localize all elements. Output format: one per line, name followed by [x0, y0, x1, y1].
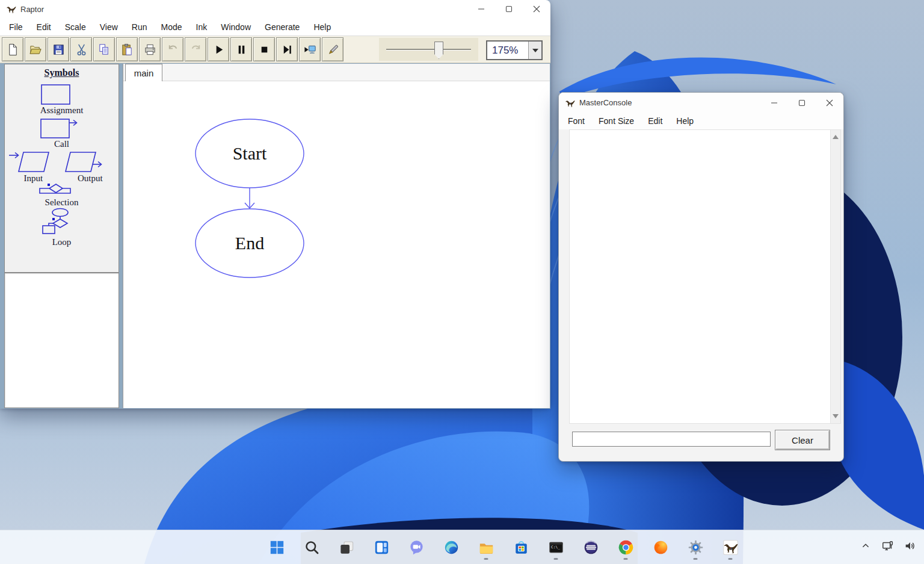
raptor-toolbar: 175%	[0, 36, 550, 63]
menu-ink[interactable]: Ink	[192, 20, 212, 34]
flow-arrow	[245, 188, 254, 208]
zoom-slider-track[interactable]	[386, 49, 471, 51]
tray-chevron-up-icon[interactable]	[859, 539, 872, 555]
symbol-label-call: Call	[5, 139, 119, 149]
symbol-input[interactable]	[9, 152, 49, 172]
taskbar-task-view[interactable]	[334, 533, 359, 561]
ink-pen-button[interactable]	[322, 37, 343, 61]
zoom-combo[interactable]: 175%	[486, 40, 543, 60]
symbol-loop[interactable]	[43, 209, 68, 234]
menu-window[interactable]: Window	[217, 20, 255, 34]
symbols-panel: Symbols	[4, 64, 119, 273]
symbol-label-loop: Loop	[5, 237, 119, 247]
redo-button[interactable]	[185, 37, 206, 61]
chat-icon	[408, 539, 425, 556]
menu-mode[interactable]: Mode	[157, 20, 186, 34]
master-console-window: MasterConsole Font Font Size Edit Help C…	[558, 92, 844, 462]
menu-help[interactable]: Help	[309, 20, 335, 34]
raptor-app-icon	[6, 4, 16, 14]
taskbar-chat[interactable]	[404, 533, 428, 561]
comment-panel[interactable]	[4, 273, 119, 408]
zoom-slider	[379, 38, 478, 61]
console-menu-edit[interactable]: Edit	[644, 114, 667, 128]
pen-icon	[326, 43, 340, 57]
running-indicator	[484, 558, 488, 560]
console-maximize-button[interactable]	[788, 93, 816, 113]
tray-volume-icon[interactable]	[904, 539, 917, 555]
end-label: End	[235, 233, 264, 253]
scroll-down-icon[interactable]	[833, 414, 839, 418]
taskbar-eclipse[interactable]	[579, 533, 603, 561]
stop-button[interactable]	[253, 37, 275, 61]
raptor-menubar: File Edit Scale View Run Mode Ink Window…	[0, 18, 550, 36]
symbol-label-input: Input	[5, 173, 62, 184]
symbol-selection[interactable]	[40, 184, 70, 193]
taskbar-raptor[interactable]	[718, 533, 742, 561]
menu-edit[interactable]: Edit	[32, 20, 55, 34]
console-close-button[interactable]	[816, 93, 843, 113]
maximize-button[interactable]	[495, 0, 523, 18]
console-input[interactable]	[572, 432, 771, 447]
zoom-slider-thumb[interactable]	[434, 42, 443, 59]
console-minimize-button[interactable]	[760, 93, 788, 113]
chrome-icon	[618, 539, 634, 556]
undo-button[interactable]	[162, 37, 183, 61]
taskbar: C:\_	[0, 530, 924, 564]
taskbar-edge[interactable]	[439, 533, 463, 561]
taskbar-terminal[interactable]: C:\_	[544, 533, 568, 561]
paste-button[interactable]	[116, 37, 138, 61]
raptor-titlebar: Raptor	[0, 0, 550, 18]
tab-main[interactable]: main	[125, 64, 162, 81]
taskbar-settings[interactable]	[683, 533, 707, 561]
pause-button[interactable]	[230, 37, 252, 61]
symbol-output[interactable]	[66, 152, 102, 172]
open-folder-icon	[29, 43, 43, 57]
raptor-app-icon	[722, 539, 739, 556]
console-window-title: MasterConsole	[579, 98, 632, 107]
taskbar-widgets[interactable]	[369, 533, 393, 561]
cut-button[interactable]	[70, 37, 92, 61]
menu-scale[interactable]: Scale	[61, 20, 90, 34]
console-menu-font[interactable]: Font	[564, 114, 589, 128]
taskbar-file-explorer[interactable]	[474, 533, 498, 561]
print-icon	[143, 43, 157, 57]
open-button[interactable]	[25, 37, 46, 61]
svg-text:C:\_: C:\_	[551, 545, 560, 550]
file-explorer-icon	[478, 539, 494, 556]
store-icon	[513, 539, 529, 556]
minimize-button[interactable]	[467, 0, 495, 18]
taskbar-firefox[interactable]	[648, 533, 673, 561]
taskbar-start-button[interactable]	[265, 533, 289, 561]
console-output-area[interactable]	[569, 129, 841, 424]
taskbar-search[interactable]	[300, 533, 324, 561]
console-scrollbar[interactable]	[830, 130, 840, 423]
step-button[interactable]	[276, 37, 298, 61]
running-indicator	[624, 558, 628, 560]
new-button[interactable]	[2, 37, 23, 61]
menu-generate[interactable]: Generate	[260, 20, 304, 34]
scroll-up-icon[interactable]	[833, 135, 839, 139]
taskbar-chrome[interactable]	[614, 533, 638, 561]
close-button[interactable]	[523, 0, 550, 18]
console-menu-help[interactable]: Help	[672, 114, 698, 128]
menu-file[interactable]: File	[5, 20, 27, 34]
symbol-call[interactable]	[41, 119, 77, 138]
save-button[interactable]	[48, 37, 69, 61]
tray-network-icon[interactable]	[881, 539, 895, 555]
symbol-assignment[interactable]	[42, 85, 70, 104]
gear-icon	[688, 539, 704, 556]
terminal-icon: C:\_	[548, 539, 564, 556]
zoom-dropdown-button[interactable]	[528, 42, 541, 59]
copy-button[interactable]	[93, 37, 115, 61]
flowchart-canvas[interactable]: main Start End	[123, 64, 550, 408]
taskbar-store[interactable]	[509, 533, 533, 561]
run-to-console-button[interactable]	[299, 37, 321, 61]
console-titlebar: MasterConsole	[559, 93, 843, 113]
play-button[interactable]	[208, 37, 229, 61]
menu-run[interactable]: Run	[128, 20, 152, 34]
console-menu-font-size[interactable]: Font Size	[594, 114, 638, 128]
menu-view[interactable]: View	[96, 20, 122, 34]
print-button[interactable]	[139, 37, 161, 61]
raptor-window-title: Raptor	[20, 5, 44, 14]
clear-button[interactable]: Clear	[775, 430, 830, 450]
